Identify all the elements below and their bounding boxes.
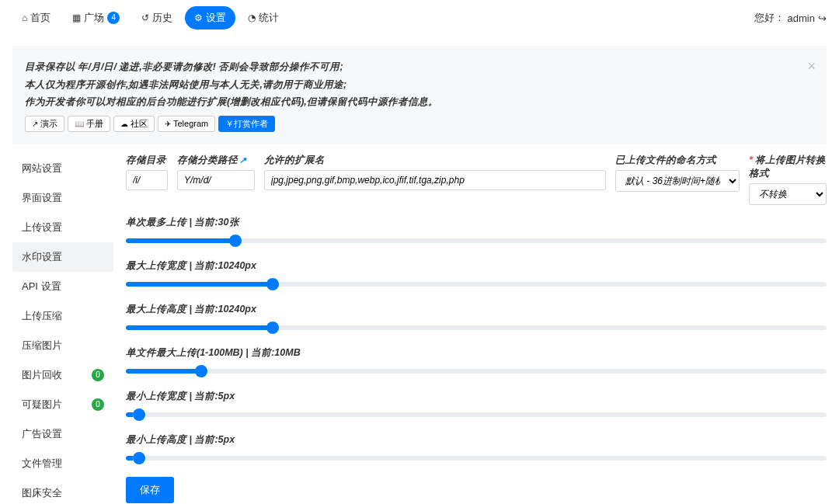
save-button[interactable]: 保存 <box>126 477 174 503</box>
label-max-size: 单文件最大上传(1-100MB) | 当前:10MB <box>126 346 827 360</box>
slider-min-width: 最小上传宽度 | 当前:5px <box>126 390 827 419</box>
grid-icon: ▦ <box>72 12 81 23</box>
sidebar-item-site[interactable]: 网站设置 <box>12 154 113 183</box>
nav-plaza[interactable]: ▦ 广场 4 <box>63 6 129 30</box>
nav-history-label: 历史 <box>152 11 172 25</box>
main: 网站设置 界面设置 上传设置 水印设置 API 设置 上传压缩 压缩图片 图片回… <box>0 154 839 505</box>
alert-buttons: ↗演示 📖手册 ☁社区 ✈Telegram ￥打赏作者 <box>25 116 814 132</box>
external-link-icon[interactable]: ↗ <box>239 155 246 165</box>
sidebar-item-imgcompress[interactable]: 压缩图片 <box>12 331 113 360</box>
logout-icon[interactable]: ↪ <box>818 12 827 24</box>
range-min-height[interactable] <box>126 456 827 461</box>
form-row-top: 存储目录 存储分类路径↗ 允许的扩展名 已上传文件的命名方式 默认 - 36进制… <box>126 154 827 205</box>
label-storage-path: 存储分类路径↗ <box>177 154 255 167</box>
community-button[interactable]: ☁社区 <box>113 116 155 132</box>
manual-button[interactable]: 📖手册 <box>68 116 110 132</box>
nav-left: ⌂ 首页 ▦ 广场 4 ↺ 历史 ⚙ 设置 ◔ 统计 <box>12 6 288 30</box>
col-storage-path: 存储分类路径↗ <box>177 154 255 205</box>
alert-line2: 本人仅为程序开源创作,如遇非法网站使用与本人无关,请勿用于商业用途; <box>25 76 814 94</box>
nav-home-label: 首页 <box>30 11 50 25</box>
range-max-size[interactable] <box>126 369 827 374</box>
select-convert[interactable]: 不转换 <box>749 183 827 205</box>
range-max-height[interactable] <box>126 325 827 330</box>
sidebar-item-upload[interactable]: 上传设置 <box>12 213 113 242</box>
nav-home[interactable]: ⌂ 首页 <box>12 6 60 30</box>
label-max-count: 单次最多上传 | 当前:30张 <box>126 216 827 229</box>
sidebar-item-api[interactable]: API 设置 <box>12 272 113 301</box>
col-storage-dir: 存储目录 <box>126 154 168 205</box>
label-allowed-ext: 允许的扩展名 <box>264 154 606 167</box>
sidebar: 网站设置 界面设置 上传设置 水印设置 API 设置 上传压缩 压缩图片 图片回… <box>12 154 113 505</box>
label-storage-dir: 存储目录 <box>126 154 168 167</box>
select-naming[interactable]: 默认 - 36进制时间+随机数 > <box>615 170 740 192</box>
nav-history[interactable]: ↺ 历史 <box>132 6 182 30</box>
slider-max-height: 最大上传高度 | 当前:10240px <box>126 303 827 332</box>
nav-settings-label: 设置 <box>206 11 226 25</box>
input-storage-path[interactable] <box>177 170 255 190</box>
home-icon: ⌂ <box>22 12 27 23</box>
gear-icon: ⚙ <box>194 12 203 23</box>
col-convert: * 将上传图片转换格式 不转换 <box>749 154 827 205</box>
history-icon: ↺ <box>141 12 149 23</box>
nav-stats-label: 统计 <box>259 11 279 25</box>
nav-right: 您好： admin ↪ <box>754 11 827 25</box>
range-max-count[interactable] <box>126 238 827 243</box>
col-naming: 已上传文件的命名方式 默认 - 36进制时间+随机数 > <box>615 154 740 205</box>
range-max-width[interactable] <box>126 282 827 287</box>
range-min-width[interactable] <box>126 412 827 417</box>
label-min-height: 最小上传高度 | 当前:5px <box>126 433 827 447</box>
slider-max-width: 最大上传宽度 | 当前:10240px <box>126 259 827 289</box>
label-max-height: 最大上传高度 | 当前:10240px <box>126 303 827 316</box>
reward-button[interactable]: ￥打赏作者 <box>218 116 275 132</box>
chart-icon: ◔ <box>248 12 256 23</box>
sidebar-item-ui[interactable]: 界面设置 <box>12 183 113 213</box>
top-nav: ⌂ 首页 ▦ 广场 4 ↺ 历史 ⚙ 设置 ◔ 统计 您好： admin ↪ <box>0 0 839 36</box>
sidebar-item-security[interactable]: 图床安全 <box>12 478 113 505</box>
demo-button[interactable]: ↗演示 <box>25 116 64 132</box>
close-icon[interactable]: × <box>807 54 816 78</box>
nav-plaza-badge: 4 <box>107 12 120 24</box>
alert-line3: 作为开发者你可以对相应的后台功能进行扩展(增删改相应代码),但请保留代码中源作者… <box>25 93 814 111</box>
nav-plaza-label: 广场 <box>84 11 104 25</box>
sidebar-item-files[interactable]: 文件管理 <box>12 449 113 478</box>
col-allowed-ext: 允许的扩展名 <box>264 154 606 205</box>
sidebar-item-compress[interactable]: 上传压缩 <box>12 301 113 331</box>
label-max-width: 最大上传宽度 | 当前:10240px <box>126 259 827 273</box>
plane-icon: ✈ <box>165 120 171 128</box>
telegram-button[interactable]: ✈Telegram <box>158 116 215 132</box>
content: 存储目录 存储分类路径↗ 允许的扩展名 已上传文件的命名方式 默认 - 36进制… <box>126 154 827 505</box>
label-min-width: 最小上传宽度 | 当前:5px <box>126 390 827 403</box>
chat-icon: ☁ <box>120 120 128 128</box>
user-name: admin <box>788 12 815 24</box>
greeting-text: 您好： <box>754 11 785 25</box>
input-allowed-ext[interactable] <box>264 170 606 190</box>
suspect-badge: 0 <box>92 398 104 411</box>
nav-stats[interactable]: ◔ 统计 <box>238 6 288 30</box>
alert-line1: 目录保存以 年/月/日/ 递进,非必要请勿修改! 否则会导致部分操作不可用; <box>25 58 814 76</box>
nav-settings[interactable]: ⚙ 设置 <box>185 6 235 30</box>
alert-box: × 目录保存以 年/月/日/ 递进,非必要请勿修改! 否则会导致部分操作不可用;… <box>12 46 827 144</box>
recycle-badge: 0 <box>92 369 104 381</box>
sidebar-item-suspect[interactable]: 可疑图片0 <box>12 390 113 419</box>
sidebar-item-watermark[interactable]: 水印设置 <box>12 242 113 272</box>
sidebar-item-ads[interactable]: 广告设置 <box>12 419 113 449</box>
label-convert: * 将上传图片转换格式 <box>749 154 827 180</box>
sidebar-item-recycle[interactable]: 图片回收0 <box>12 360 113 390</box>
input-storage-dir[interactable] <box>126 170 168 190</box>
slider-min-height: 最小上传高度 | 当前:5px <box>126 433 827 463</box>
external-icon: ↗ <box>32 120 38 128</box>
slider-max-count: 单次最多上传 | 当前:30张 <box>126 216 827 245</box>
slider-max-size: 单文件最大上传(1-100MB) | 当前:10MB <box>126 346 827 376</box>
book-icon: 📖 <box>75 120 84 128</box>
label-naming: 已上传文件的命名方式 <box>615 154 740 167</box>
